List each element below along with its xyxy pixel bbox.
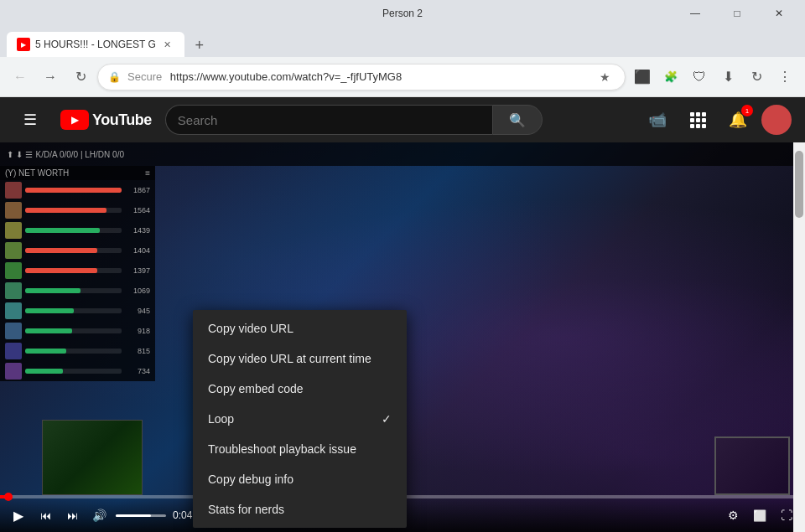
context-menu-item-copy-debug[interactable]: Copy debug info (193, 464, 407, 494)
tab-close-button[interactable]: ✕ (161, 38, 174, 51)
stats-row: 815 (0, 341, 155, 361)
reload-button[interactable]: ↻ (67, 64, 94, 90)
grid-icon (690, 112, 706, 128)
context-menu-item-loop[interactable]: Loop ✓ (193, 404, 407, 434)
stats-row: 945 (0, 301, 155, 321)
hero-icon (5, 302, 22, 319)
secure-label: Secure (127, 70, 162, 83)
volume-slider[interactable] (116, 514, 166, 517)
context-menu-item-copy-video-url-time[interactable]: Copy video URL at current time (193, 343, 407, 374)
back-button[interactable]: ← (7, 64, 34, 90)
stat-bar (25, 349, 66, 354)
bookmark-icon[interactable]: ★ (595, 67, 615, 87)
stat-bar-container (25, 248, 122, 253)
stat-value: 1069 (125, 287, 150, 295)
cast-button[interactable]: ⬛ (629, 64, 656, 90)
settings-button[interactable]: ⚙ (723, 505, 743, 525)
download-button[interactable]: ⬇ (714, 64, 741, 90)
maximize-button[interactable]: □ (718, 0, 756, 27)
new-tab-button[interactable]: + (188, 35, 211, 55)
hero-icon (5, 262, 22, 279)
miniplayer-button[interactable]: ⬜ (750, 505, 770, 525)
apps-grid-button[interactable] (681, 103, 714, 137)
stat-bar-container (25, 328, 122, 333)
stat-bar-container (25, 369, 122, 374)
hero-icon (5, 323, 22, 339)
stat-bar-container (25, 288, 122, 293)
extensions-button[interactable]: 🧩 (657, 64, 684, 90)
hero-icon (5, 282, 22, 299)
stat-bar-container (25, 349, 122, 354)
context-menu-item-stats-nerds[interactable]: Stats for nerds (193, 494, 407, 524)
shield-button[interactable]: 🛡 (686, 64, 713, 90)
stats-row: 918 (0, 321, 155, 341)
stat-value: 918 (125, 327, 150, 335)
context-menu-item-copy-embed-code[interactable]: Copy embed code (193, 374, 407, 404)
stat-bar-container (25, 308, 122, 313)
hero-icon (5, 343, 22, 359)
context-menu-item-troubleshoot[interactable]: Troubleshoot playback issue (193, 434, 407, 464)
page-scrollbar[interactable] (793, 142, 805, 532)
header-right: 📹 🔔 1 (641, 103, 792, 137)
tab-bar: ▶ 5 HOURS!!! - LONGEST G ✕ + (0, 27, 805, 57)
avatar[interactable] (761, 105, 792, 135)
search-container: 🔍 (165, 105, 543, 135)
close-button[interactable]: ✕ (760, 0, 798, 27)
window-controls: — □ ✕ (676, 0, 798, 27)
notifications-button[interactable]: 🔔 1 (721, 103, 755, 137)
hero-icon (5, 222, 22, 239)
menu-icon[interactable]: ☰ (13, 103, 47, 137)
context-menu-item-label: Troubleshoot playback issue (208, 442, 356, 456)
stat-value: 945 (125, 307, 150, 315)
stat-value: 734 (125, 367, 150, 375)
tab-title: 5 HOURS!!! - LONGEST G (35, 39, 156, 50)
prev-button[interactable]: ⏮ (35, 505, 55, 525)
url-text: Secure https://www.youtube.com/watch?v=_… (127, 70, 588, 83)
stats-rows-container: 1867 1564 1439 1404 1397 (0, 180, 155, 381)
stats-row: 1069 (0, 281, 155, 301)
next-button[interactable]: ⏭ (62, 505, 82, 525)
right-nav-buttons: ⬛ 🧩 🛡 ⬇ ↻ ⋮ (629, 64, 798, 90)
play-button[interactable]: ▶ (8, 505, 29, 525)
youtube-header: ☰ YouTube 🔍 📹 🔔 1 (0, 97, 805, 142)
context-menu-item-label: Copy video URL at current time (208, 352, 371, 365)
minimize-button[interactable]: — (676, 0, 714, 27)
youtube-logo[interactable]: YouTube (60, 110, 152, 130)
lock-icon: 🔒 (108, 71, 121, 83)
stat-bar-container (25, 228, 122, 233)
hero-icon (5, 363, 22, 380)
scrollbar-thumb[interactable] (795, 151, 803, 218)
stat-bar (25, 268, 97, 273)
refresh-button2[interactable]: ↻ (743, 64, 770, 90)
forward-button[interactable]: → (37, 64, 64, 90)
stat-bar (25, 188, 122, 193)
context-menu-item-copy-video-url[interactable]: Copy video URL (193, 313, 407, 343)
create-video-button[interactable]: 📹 (641, 103, 674, 137)
stats-title: (Y) NET WORTH (5, 168, 69, 178)
hud-icons: ⬆ ⬇ ☰ (7, 150, 33, 159)
stats-row: 1564 (0, 200, 155, 220)
active-tab[interactable]: ▶ 5 HOURS!!! - LONGEST G ✕ (7, 32, 184, 57)
stat-bar-container (25, 268, 122, 273)
url-bar[interactable]: 🔒 Secure https://www.youtube.com/watch?v… (97, 64, 626, 90)
hero-icon (5, 182, 22, 199)
tab-favicon: ▶ (17, 38, 30, 51)
minimap (42, 420, 143, 495)
search-input[interactable] (178, 113, 480, 127)
hud-top-bar: ⬆ ⬇ ☰ K/D/A 0/0/0 | LH/DN 0/0 (0, 142, 805, 166)
context-menu-item-label: Stats for nerds (208, 503, 284, 516)
url-actions: ★ (595, 67, 615, 87)
stat-bar (25, 248, 97, 253)
search-bar[interactable] (165, 105, 492, 135)
menu-button[interactable]: ⋮ (771, 64, 798, 90)
volume-button[interactable]: 🔊 (89, 505, 109, 525)
stats-row: 1404 (0, 240, 155, 261)
stats-row: 1397 (0, 261, 155, 281)
stat-bar (25, 369, 63, 374)
stat-bar (25, 228, 100, 233)
stats-row: 1439 (0, 220, 155, 240)
context-menu-item-label: Copy debug info (208, 473, 293, 486)
search-button[interactable]: 🔍 (492, 105, 543, 135)
stat-value: 1404 (125, 246, 150, 255)
stat-bar (25, 308, 74, 313)
